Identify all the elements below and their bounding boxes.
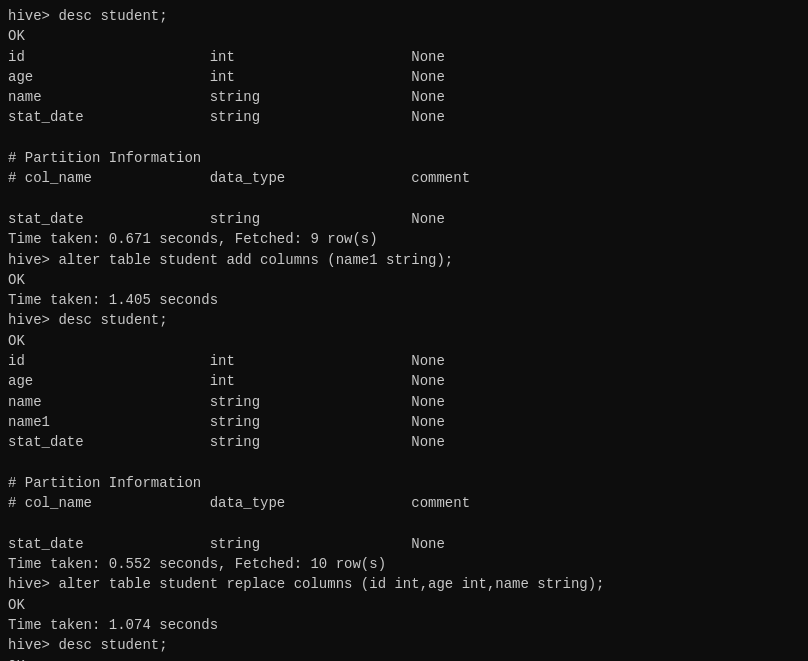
terminal-line: age int None <box>8 371 800 391</box>
terminal-line: Time taken: 0.552 seconds, Fetched: 10 r… <box>8 554 800 574</box>
terminal-line: hive> alter table student replace column… <box>8 574 800 594</box>
terminal-line: OK <box>8 595 800 615</box>
terminal-line: OK <box>8 26 800 46</box>
terminal-line: hive> alter table student add columns (n… <box>8 250 800 270</box>
terminal-line: hive> desc student; <box>8 635 800 655</box>
terminal-line: stat_date string None <box>8 534 800 554</box>
terminal-line <box>8 189 800 209</box>
terminal-line <box>8 128 800 148</box>
terminal-line: # col_name data_type comment <box>8 168 800 188</box>
terminal-line: OK <box>8 331 800 351</box>
terminal-line: name string None <box>8 392 800 412</box>
terminal-line <box>8 513 800 533</box>
terminal-line: OK <box>8 270 800 290</box>
terminal-line: name string None <box>8 87 800 107</box>
terminal-line: OK <box>8 656 800 662</box>
terminal-line: hive> desc student; <box>8 310 800 330</box>
terminal-line: # Partition Information <box>8 148 800 168</box>
terminal-line: stat_date string None <box>8 432 800 452</box>
terminal-line: id int None <box>8 351 800 371</box>
terminal-line: # col_name data_type comment <box>8 493 800 513</box>
terminal-line: # Partition Information <box>8 473 800 493</box>
terminal-line: age int None <box>8 67 800 87</box>
terminal-line: name1 string None <box>8 412 800 432</box>
terminal-line <box>8 453 800 473</box>
terminal-line: stat_date string None <box>8 107 800 127</box>
terminal-line: Time taken: 0.671 seconds, Fetched: 9 ro… <box>8 229 800 249</box>
terminal[interactable]: hive> desc student;OKid int Noneage int … <box>0 0 808 661</box>
terminal-line: hive> desc student; <box>8 6 800 26</box>
terminal-line: Time taken: 1.405 seconds <box>8 290 800 310</box>
terminal-line: stat_date string None <box>8 209 800 229</box>
terminal-line: id int None <box>8 47 800 67</box>
terminal-line: Time taken: 1.074 seconds <box>8 615 800 635</box>
